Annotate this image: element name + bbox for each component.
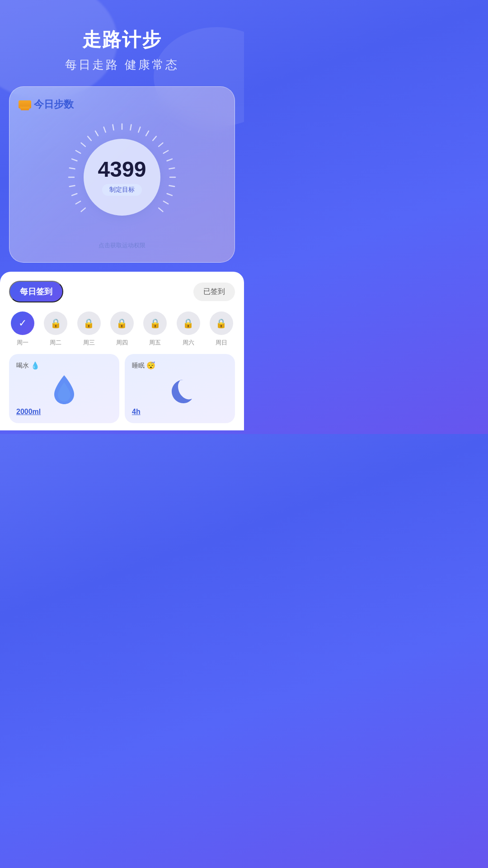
sleep-card[interactable]: 睡眠 😴 4h bbox=[125, 354, 235, 423]
day-item-thu[interactable]: 🔒 周四 bbox=[110, 311, 134, 347]
day-circle-mon: ✓ bbox=[11, 311, 34, 335]
lock-icon-thu: 🔒 bbox=[116, 318, 127, 329]
lock-icon-sat: 🔒 bbox=[183, 318, 194, 329]
svg-line-4 bbox=[88, 137, 91, 141]
steps-permission-text[interactable]: 点击获取运动权限 bbox=[99, 241, 145, 250]
day-label-mon: 周一 bbox=[17, 339, 28, 347]
check-icon-mon: ✓ bbox=[19, 317, 27, 329]
svg-line-23 bbox=[72, 193, 77, 195]
lock-icon-wed: 🔒 bbox=[83, 318, 94, 329]
lock-icon-fri: 🔒 bbox=[150, 318, 161, 329]
water-value: 2000ml bbox=[16, 408, 41, 416]
svg-line-9 bbox=[130, 125, 131, 130]
water-drop-icon bbox=[51, 373, 78, 406]
svg-line-12 bbox=[153, 137, 156, 141]
svg-line-25 bbox=[159, 208, 163, 212]
svg-line-19 bbox=[167, 193, 172, 195]
lock-icon-sun: 🔒 bbox=[216, 318, 227, 329]
day-circle-thu: 🔒 bbox=[110, 311, 134, 335]
steps-count: 4399 bbox=[98, 159, 146, 180]
svg-line-16 bbox=[169, 168, 174, 169]
svg-line-11 bbox=[146, 131, 149, 136]
water-card-header: 喝水 💧 bbox=[16, 361, 40, 370]
day-label-sun: 周日 bbox=[216, 339, 227, 347]
svg-line-22 bbox=[70, 185, 75, 186]
svg-line-7 bbox=[113, 125, 114, 130]
day-circle-fri: 🔒 bbox=[143, 311, 167, 335]
steps-goal-button[interactable]: 制定目标 bbox=[102, 184, 142, 196]
bottom-cards: 喝水 💧 2000ml 睡眠 😴 4h bbox=[9, 354, 235, 430]
dial-svg: 4399 制定目标 bbox=[63, 118, 181, 236]
svg-line-1 bbox=[72, 159, 77, 161]
svg-line-18 bbox=[169, 185, 174, 186]
svg-line-5 bbox=[95, 131, 98, 136]
day-label-wed: 周三 bbox=[83, 339, 95, 347]
water-emoji: 💧 bbox=[31, 361, 40, 370]
steps-label-icon bbox=[19, 100, 31, 108]
water-icon-area bbox=[16, 373, 112, 406]
day-label-sat: 周六 bbox=[183, 339, 194, 347]
svg-line-26 bbox=[81, 208, 85, 212]
day-label-fri: 周五 bbox=[149, 339, 161, 347]
svg-line-6 bbox=[104, 127, 106, 132]
sleep-label: 睡眠 bbox=[132, 362, 145, 370]
day-label-thu: 周四 bbox=[116, 339, 128, 347]
sleep-value: 4h bbox=[132, 408, 141, 416]
day-circle-tue: 🔒 bbox=[44, 311, 67, 335]
steps-card-label: 今日步数 bbox=[19, 98, 225, 111]
day-circle-sun: 🔒 bbox=[210, 311, 233, 335]
day-item-mon[interactable]: ✓ 周一 bbox=[11, 311, 34, 347]
app-title: 走路计步 bbox=[0, 27, 244, 52]
svg-line-24 bbox=[76, 201, 80, 204]
checkin-header: 每日签到 已签到 bbox=[9, 281, 235, 302]
svg-line-0 bbox=[70, 168, 75, 169]
water-card[interactable]: 喝水 💧 2000ml bbox=[9, 354, 119, 423]
day-circle-wed: 🔒 bbox=[77, 311, 101, 335]
lock-icon-tue: 🔒 bbox=[50, 318, 61, 329]
day-item-sun[interactable]: 🔒 周日 bbox=[210, 311, 233, 347]
svg-line-14 bbox=[164, 151, 168, 153]
steps-card: 今日步数 bbox=[9, 86, 235, 263]
svg-line-13 bbox=[159, 143, 163, 146]
svg-line-20 bbox=[164, 201, 168, 204]
sleep-card-header: 睡眠 😴 bbox=[132, 361, 155, 370]
moon-icon bbox=[165, 375, 194, 404]
svg-line-2 bbox=[76, 151, 80, 153]
dial-center: 4399 制定目标 bbox=[84, 139, 160, 216]
water-label: 喝水 bbox=[16, 362, 29, 370]
app-subtitle: 每日走路 健康常态 bbox=[0, 57, 244, 73]
days-row: ✓ 周一 🔒 周二 🔒 周三 🔒 周四 🔒 bbox=[9, 311, 235, 347]
day-circle-sat: 🔒 bbox=[177, 311, 200, 335]
checkin-title-button[interactable]: 每日签到 bbox=[9, 281, 63, 302]
sleep-emoji: 😴 bbox=[146, 361, 155, 370]
header: 走路计步 每日走路 健康常态 bbox=[0, 0, 244, 73]
dial-container: 4399 制定目标 点击获取运动权限 bbox=[19, 118, 225, 250]
sleep-icon-area bbox=[132, 373, 228, 406]
day-label-tue: 周二 bbox=[50, 339, 61, 347]
day-item-tue[interactable]: 🔒 周二 bbox=[44, 311, 67, 347]
steps-card-wrapper: 今日步数 bbox=[9, 86, 235, 263]
svg-line-15 bbox=[167, 159, 172, 161]
svg-line-3 bbox=[81, 143, 85, 146]
checkin-section: 每日签到 已签到 ✓ 周一 🔒 周二 🔒 周三 🔒 bbox=[0, 272, 244, 430]
day-item-sat[interactable]: 🔒 周六 bbox=[177, 311, 200, 347]
checkin-done-button[interactable]: 已签到 bbox=[193, 283, 235, 301]
day-item-fri[interactable]: 🔒 周五 bbox=[143, 311, 167, 347]
day-item-wed[interactable]: 🔒 周三 bbox=[77, 311, 101, 347]
svg-line-10 bbox=[138, 127, 140, 132]
